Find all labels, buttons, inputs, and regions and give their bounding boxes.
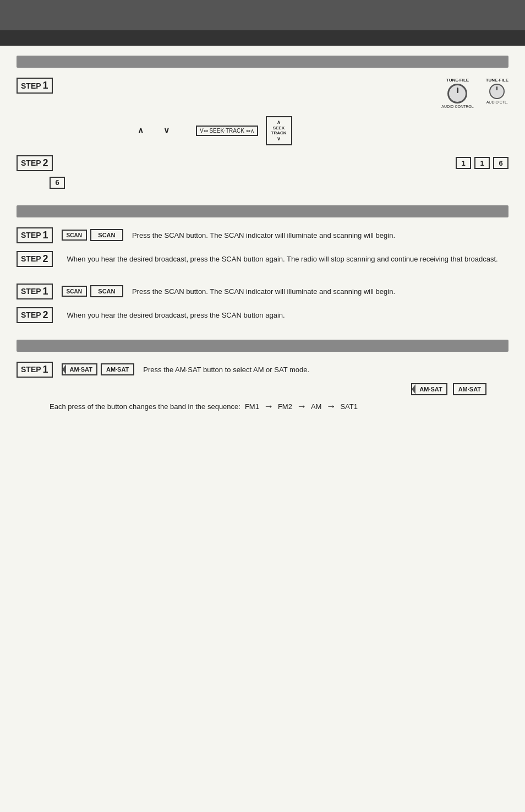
section-2-header	[17, 205, 508, 217]
seq-label3: AM	[311, 401, 322, 412]
tune-file-knob-large[interactable]: TUNE·FILE AUDIO CONTROL	[441, 78, 473, 108]
section-3: STEP 1 SCAN SCAN Press the SCAN button. …	[17, 284, 508, 323]
arrow2: →	[297, 401, 307, 412]
section4-step1-row: STEP 1 AM·SAT AM·SAT Press the AM·SAT bu…	[17, 362, 508, 378]
seek-row: ∧ ∨ V⇔ SEEK·TRACK ⇔∧ ∧ SEEK TRACK ∨	[138, 116, 508, 145]
header-bar-top	[0, 0, 525, 30]
s3-step1-desc: Press the SCAN button. The SCAN indicato…	[132, 286, 395, 297]
knob-group: TUNE·FILE AUDIO CONTROL TUNE·FILE AUDIO …	[441, 78, 508, 108]
section3-step1-row: STEP 1 SCAN SCAN Press the SCAN button. …	[17, 284, 508, 299]
scan-btn-small-2[interactable]: SCAN	[62, 286, 87, 297]
section-4: STEP 1 AM·SAT AM·SAT Press the AM·SAT bu…	[17, 340, 508, 412]
s3-step2-desc: When you hear the desired broadcast, pre…	[67, 310, 285, 321]
btn-2[interactable]: 1	[474, 157, 490, 169]
seq-label1: FM1	[245, 401, 259, 412]
section3-step2-row: STEP 2 When you hear the desired broadca…	[17, 307, 508, 323]
section1-step2-btn6-row: 6	[50, 177, 508, 189]
seq-label2: FM2	[278, 401, 292, 412]
btn-3[interactable]: 6	[493, 157, 508, 169]
arrow1: →	[264, 401, 274, 412]
arrows-sequence-row: Each press of the button changes the ban…	[50, 401, 508, 412]
amsat-btn2[interactable]: AM·SAT	[101, 363, 134, 375]
section-2: STEP 1 SCAN SCAN Press the SCAN button. …	[17, 205, 508, 267]
sequence-desc: Each press of the button changes the ban…	[50, 401, 240, 412]
arrow3: →	[326, 401, 336, 412]
s2-step1-desc: Press the SCAN button. The SCAN indicato…	[132, 230, 395, 241]
amsat-notched-btn3[interactable]: AM·SAT	[411, 383, 447, 395]
btn-1[interactable]: 1	[456, 157, 471, 169]
section-1-header	[17, 56, 508, 68]
scan-btn-small-1[interactable]: SCAN	[62, 230, 87, 241]
seek-track-visual-btn[interactable]: ∧ SEEK TRACK ∨	[266, 116, 292, 145]
s4-step1-desc1: Press the AM·SAT button to select AM or …	[143, 364, 309, 375]
seek-up-arrow: ∧	[138, 126, 144, 135]
section-4-header	[17, 340, 508, 352]
section1-step1-row: STEP 1 TUNE·FILE AUDIO CONTROL TUNE·FILE…	[17, 78, 508, 108]
seek-down-arrow: ∨	[163, 126, 169, 135]
tune-knob-small-visual	[489, 84, 505, 99]
header-bar-bottom	[0, 30, 525, 46]
section1-step2-row: STEP 2 1 1 6	[17, 155, 508, 171]
s2-step2-desc: When you hear the desired broadcast, pre…	[67, 254, 498, 265]
section2-step2-row: STEP 2 When you hear the desired broadca…	[17, 251, 508, 267]
amsat-btn4[interactable]: AM·SAT	[453, 383, 486, 395]
s3-step2-label: STEP 2	[17, 307, 53, 323]
section2-step1-row: STEP 1 SCAN SCAN Press the SCAN button. …	[17, 227, 508, 243]
amsat-notched-btn1[interactable]: AM·SAT	[62, 363, 97, 375]
s4-step1-label: STEP 1	[17, 362, 53, 378]
step2-label: STEP 2	[17, 155, 53, 171]
step1-label: STEP 1	[17, 78, 53, 94]
scan-btn-large-2[interactable]: SCAN	[90, 285, 123, 297]
s2-step1-label: STEP 1	[17, 227, 53, 243]
section-1: STEP 1 TUNE·FILE AUDIO CONTROL TUNE·FILE…	[17, 56, 508, 189]
amsat-row2: AM·SAT AM·SAT	[17, 383, 508, 395]
vseek-track-btn[interactable]: V⇔ SEEK·TRACK ⇔∧	[196, 126, 258, 136]
scan-btn-large-1[interactable]: SCAN	[90, 229, 123, 241]
tune-knob-large-visual	[447, 84, 467, 103]
s2-step2-label: STEP 2	[17, 251, 53, 267]
tune-file-knob-small[interactable]: TUNE·FILE AUDIO CTL.	[486, 78, 508, 104]
seq-label4: SAT1	[340, 401, 358, 412]
s3-step1-label: STEP 1	[17, 284, 53, 299]
btn-6[interactable]: 6	[50, 177, 65, 189]
